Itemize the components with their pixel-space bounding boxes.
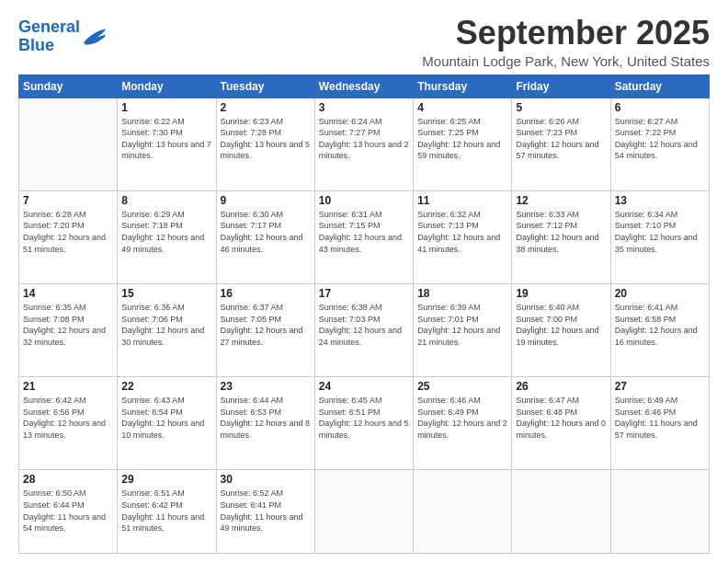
calendar-cell: 25Sunrise: 6:46 AMSunset: 6:49 PMDayligh…	[414, 377, 512, 470]
day-number: 7	[23, 194, 113, 207]
day-number: 13	[615, 194, 705, 207]
day-info: Sunrise: 6:50 AMSunset: 6:44 PMDaylight:…	[23, 488, 113, 534]
calendar-cell: 7Sunrise: 6:28 AMSunset: 7:20 PMDaylight…	[19, 190, 118, 283]
calendar-cell	[414, 470, 512, 554]
day-info: Sunrise: 6:31 AMSunset: 7:15 PMDaylight:…	[319, 209, 409, 255]
day-info: Sunrise: 6:27 AMSunset: 7:22 PMDaylight:…	[615, 116, 705, 162]
day-info: Sunrise: 6:30 AMSunset: 7:17 PMDaylight:…	[221, 209, 311, 255]
day-number: 6	[615, 101, 705, 114]
calendar-cell	[314, 470, 413, 554]
day-info: Sunrise: 6:38 AMSunset: 7:03 PMDaylight:…	[319, 302, 409, 348]
calendar-cell: 8Sunrise: 6:29 AMSunset: 7:18 PMDaylight…	[118, 190, 216, 283]
day-number: 28	[23, 473, 113, 486]
calendar-cell: 10Sunrise: 6:31 AMSunset: 7:15 PMDayligh…	[314, 190, 413, 283]
col-tuesday: Tuesday	[216, 75, 314, 98]
day-number: 16	[221, 287, 311, 300]
day-info: Sunrise: 6:26 AMSunset: 7:23 PMDaylight:…	[516, 116, 606, 162]
day-number: 15	[121, 287, 211, 300]
day-number: 4	[417, 101, 507, 114]
col-monday: Monday	[118, 75, 216, 98]
day-info: Sunrise: 6:39 AMSunset: 7:01 PMDaylight:…	[417, 302, 507, 348]
day-info: Sunrise: 6:45 AMSunset: 6:51 PMDaylight:…	[319, 395, 409, 441]
day-number: 20	[615, 287, 705, 300]
calendar-cell: 21Sunrise: 6:42 AMSunset: 6:56 PMDayligh…	[19, 377, 118, 470]
logo-text: GeneralBlue	[18, 18, 80, 55]
day-number: 9	[221, 194, 311, 207]
day-number: 1	[121, 101, 211, 114]
calendar-cell	[512, 470, 610, 554]
day-info: Sunrise: 6:32 AMSunset: 7:13 PMDaylight:…	[417, 209, 507, 255]
calendar-cell: 14Sunrise: 6:35 AMSunset: 7:08 PMDayligh…	[19, 284, 118, 377]
calendar-cell: 11Sunrise: 6:32 AMSunset: 7:13 PMDayligh…	[414, 190, 512, 283]
calendar-cell: 1Sunrise: 6:22 AMSunset: 7:30 PMDaylight…	[118, 98, 216, 190]
calendar-cell: 5Sunrise: 6:26 AMSunset: 7:23 PMDaylight…	[512, 98, 610, 190]
day-number: 18	[417, 287, 507, 300]
col-wednesday: Wednesday	[314, 75, 413, 98]
col-saturday: Saturday	[610, 75, 709, 98]
calendar-week-row: 28Sunrise: 6:50 AMSunset: 6:44 PMDayligh…	[19, 470, 710, 554]
day-number: 11	[417, 194, 507, 207]
day-info: Sunrise: 6:24 AMSunset: 7:27 PMDaylight:…	[319, 116, 409, 162]
calendar-cell: 15Sunrise: 6:36 AMSunset: 7:06 PMDayligh…	[118, 284, 216, 377]
day-info: Sunrise: 6:36 AMSunset: 7:06 PMDaylight:…	[121, 302, 211, 348]
day-info: Sunrise: 6:52 AMSunset: 6:41 PMDaylight:…	[221, 488, 311, 534]
calendar-cell	[610, 470, 709, 554]
calendar-cell: 13Sunrise: 6:34 AMSunset: 7:10 PMDayligh…	[610, 190, 709, 283]
col-friday: Friday	[512, 75, 610, 98]
day-number: 22	[121, 380, 211, 393]
day-number: 24	[319, 380, 409, 393]
calendar-cell: 26Sunrise: 6:47 AMSunset: 6:48 PMDayligh…	[512, 377, 610, 470]
calendar-cell: 18Sunrise: 6:39 AMSunset: 7:01 PMDayligh…	[414, 284, 512, 377]
day-number: 26	[516, 380, 606, 393]
calendar-week-row: 21Sunrise: 6:42 AMSunset: 6:56 PMDayligh…	[19, 377, 710, 470]
day-info: Sunrise: 6:49 AMSunset: 6:46 PMDaylight:…	[615, 395, 705, 441]
day-info: Sunrise: 6:35 AMSunset: 7:08 PMDaylight:…	[23, 302, 113, 348]
day-number: 23	[221, 380, 311, 393]
day-info: Sunrise: 6:37 AMSunset: 7:05 PMDaylight:…	[221, 302, 311, 348]
calendar-cell: 17Sunrise: 6:38 AMSunset: 7:03 PMDayligh…	[314, 284, 413, 377]
day-info: Sunrise: 6:46 AMSunset: 6:49 PMDaylight:…	[417, 395, 507, 441]
calendar-cell: 3Sunrise: 6:24 AMSunset: 7:27 PMDaylight…	[314, 98, 413, 190]
day-number: 25	[417, 380, 507, 393]
day-number: 17	[319, 287, 409, 300]
page: GeneralBlue September 2025 Mountain Lodg…	[0, 0, 728, 563]
day-info: Sunrise: 6:40 AMSunset: 7:00 PMDaylight:…	[516, 302, 606, 348]
logo-bird-icon	[82, 27, 108, 47]
calendar-cell: 22Sunrise: 6:43 AMSunset: 6:54 PMDayligh…	[118, 377, 216, 470]
calendar-cell: 9Sunrise: 6:30 AMSunset: 7:17 PMDaylight…	[216, 190, 314, 283]
day-number: 2	[221, 101, 311, 114]
day-info: Sunrise: 6:47 AMSunset: 6:48 PMDaylight:…	[516, 395, 606, 441]
calendar-cell	[19, 98, 118, 190]
calendar-table: Sunday Monday Tuesday Wednesday Thursday…	[18, 75, 710, 554]
day-info: Sunrise: 6:34 AMSunset: 7:10 PMDaylight:…	[615, 209, 705, 255]
month-title: September 2025	[422, 15, 710, 52]
calendar-cell: 30Sunrise: 6:52 AMSunset: 6:41 PMDayligh…	[216, 470, 314, 554]
calendar-cell: 28Sunrise: 6:50 AMSunset: 6:44 PMDayligh…	[19, 470, 118, 554]
logo: GeneralBlue	[18, 18, 108, 55]
day-info: Sunrise: 6:43 AMSunset: 6:54 PMDaylight:…	[121, 395, 211, 441]
col-sunday: Sunday	[19, 75, 118, 98]
calendar-cell: 27Sunrise: 6:49 AMSunset: 6:46 PMDayligh…	[610, 377, 709, 470]
day-number: 5	[516, 101, 606, 114]
calendar-cell: 24Sunrise: 6:45 AMSunset: 6:51 PMDayligh…	[314, 377, 413, 470]
day-info: Sunrise: 6:22 AMSunset: 7:30 PMDaylight:…	[121, 116, 211, 162]
title-section: September 2025 Mountain Lodge Park, New …	[422, 15, 710, 69]
calendar-cell: 16Sunrise: 6:37 AMSunset: 7:05 PMDayligh…	[216, 284, 314, 377]
day-info: Sunrise: 6:28 AMSunset: 7:20 PMDaylight:…	[23, 209, 113, 255]
day-number: 27	[615, 380, 705, 393]
day-number: 19	[516, 287, 606, 300]
day-number: 30	[221, 473, 311, 486]
day-info: Sunrise: 6:51 AMSunset: 6:42 PMDaylight:…	[121, 488, 211, 534]
location-title: Mountain Lodge Park, New York, United St…	[422, 53, 710, 69]
calendar-week-row: 1Sunrise: 6:22 AMSunset: 7:30 PMDaylight…	[19, 98, 710, 190]
calendar-cell: 19Sunrise: 6:40 AMSunset: 7:00 PMDayligh…	[512, 284, 610, 377]
calendar-cell: 12Sunrise: 6:33 AMSunset: 7:12 PMDayligh…	[512, 190, 610, 283]
day-number: 10	[319, 194, 409, 207]
day-info: Sunrise: 6:23 AMSunset: 7:28 PMDaylight:…	[221, 116, 311, 162]
day-number: 8	[121, 194, 211, 207]
calendar-cell: 6Sunrise: 6:27 AMSunset: 7:22 PMDaylight…	[610, 98, 709, 190]
day-info: Sunrise: 6:41 AMSunset: 6:58 PMDaylight:…	[615, 302, 705, 348]
calendar-cell: 23Sunrise: 6:44 AMSunset: 6:53 PMDayligh…	[216, 377, 314, 470]
calendar-week-row: 14Sunrise: 6:35 AMSunset: 7:08 PMDayligh…	[19, 284, 710, 377]
day-number: 3	[319, 101, 409, 114]
